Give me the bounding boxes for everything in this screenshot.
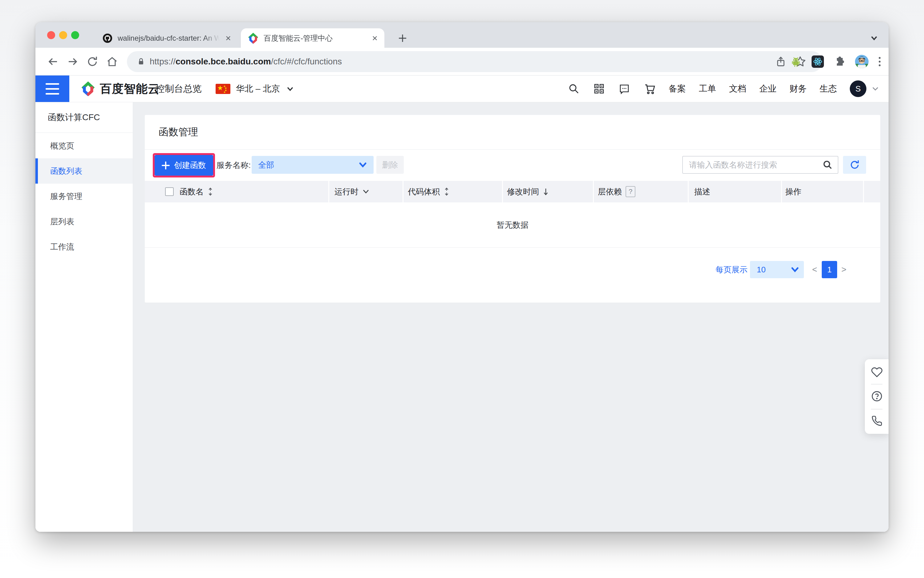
nav-link-wendang[interactable]: 文档 bbox=[729, 83, 746, 94]
hamburger-menu-button[interactable] bbox=[36, 75, 69, 102]
sort-desc-icon[interactable] bbox=[543, 188, 549, 196]
reload-icon[interactable] bbox=[86, 55, 99, 68]
browser-toolbar: https://console.bce.baidu.com/cfc/#/cfc/… bbox=[36, 48, 888, 75]
forward-icon[interactable] bbox=[66, 55, 79, 68]
tab-title: walinejs/baidu-cfc-starter: An W bbox=[118, 34, 222, 42]
chevron-down-icon bbox=[358, 161, 368, 169]
filter-chevron-icon[interactable] bbox=[362, 189, 370, 195]
sort-both-icon[interactable] bbox=[207, 188, 214, 196]
profile-avatar[interactable] bbox=[855, 55, 869, 69]
home-icon[interactable] bbox=[106, 55, 118, 68]
cart-icon[interactable] bbox=[644, 83, 656, 95]
new-tab-button[interactable] bbox=[396, 32, 409, 44]
console-overview-link[interactable]: 控制台总览 bbox=[156, 75, 202, 102]
sidebar-item-overview[interactable]: 概览页 bbox=[36, 133, 133, 158]
empty-state-text: 暂无数据 bbox=[496, 220, 528, 231]
plus-icon bbox=[162, 161, 170, 169]
share-icon[interactable] bbox=[775, 56, 787, 68]
close-icon[interactable] bbox=[371, 35, 378, 42]
column-layer-dependency[interactable]: 层依赖 ? bbox=[598, 181, 635, 203]
brand-name: 百度智能云 bbox=[100, 81, 160, 97]
next-page-button[interactable]: > bbox=[839, 261, 849, 278]
baidu-cloud-logo-icon bbox=[81, 81, 96, 96]
sort-both-icon[interactable] bbox=[444, 188, 450, 196]
extensions-row bbox=[789, 48, 882, 75]
traffic-zoom-button[interactable] bbox=[71, 31, 79, 39]
refresh-button[interactable] bbox=[843, 156, 866, 174]
url-bar[interactable]: https://console.bce.baidu.com/cfc/#/cfc/… bbox=[127, 51, 822, 72]
message-icon[interactable] bbox=[618, 83, 631, 95]
traffic-close-button[interactable] bbox=[47, 31, 55, 39]
china-flag-icon: ★★★★★ bbox=[216, 84, 230, 94]
phone-icon[interactable] bbox=[865, 415, 888, 426]
sidebar-item-service-management[interactable]: 服务管理 bbox=[36, 183, 133, 209]
nav-link-qiye[interactable]: 企业 bbox=[759, 83, 776, 94]
tab-github[interactable]: walinejs/baidu-cfc-starter: An W bbox=[96, 28, 238, 48]
app-grid-icon[interactable] bbox=[593, 83, 605, 95]
back-icon[interactable] bbox=[47, 55, 59, 68]
region-selector[interactable]: ★★★★★ 华北 – 北京 bbox=[216, 75, 295, 102]
service-name-label: 服务名称: bbox=[217, 153, 251, 177]
favorite-heart-icon[interactable] bbox=[865, 366, 888, 378]
url-text: https://console.bce.baidu.com/cfc/#/cfc/… bbox=[150, 57, 342, 67]
nav-link-gongdan[interactable]: 工单 bbox=[699, 83, 716, 94]
content: 函数管理 创建函数 服务名称: 全部 删除 bbox=[133, 102, 888, 532]
react-devtools-icon[interactable] bbox=[811, 55, 825, 68]
service-name-select[interactable]: 全部 bbox=[252, 156, 374, 174]
select-all-checkbox[interactable] bbox=[165, 187, 174, 196]
sidebar-item-layer-list[interactable]: 层列表 bbox=[36, 209, 133, 234]
column-description: 描述 bbox=[694, 181, 710, 203]
column-runtime[interactable]: 运行时 bbox=[334, 181, 370, 203]
tab-strip: walinejs/baidu-cfc-starter: An W 百度智能云-管… bbox=[36, 22, 888, 48]
floating-helper-bar bbox=[865, 359, 888, 434]
delete-button[interactable]: 删除 bbox=[376, 156, 404, 174]
help-tooltip-icon[interactable]: ? bbox=[626, 186, 635, 197]
nav-link-beian[interactable]: 备案 bbox=[669, 83, 686, 94]
column-code-size[interactable]: 代码体积 bbox=[408, 181, 450, 203]
column-actions: 操作 bbox=[785, 181, 801, 203]
sidebar-item-workflow[interactable]: 工作流 bbox=[36, 234, 133, 260]
close-icon[interactable] bbox=[225, 35, 232, 42]
tab-title: 百度智能云-管理中心 bbox=[264, 33, 368, 43]
function-search-box bbox=[682, 156, 838, 174]
search-icon[interactable] bbox=[567, 83, 580, 95]
tab-baidu-console[interactable]: 百度智能云-管理中心 bbox=[241, 28, 384, 48]
header-actions: 备案 工单 文档 企业 财务 生态 S bbox=[567, 75, 879, 102]
region-label: 华北 – 北京 bbox=[236, 83, 280, 94]
current-page-button[interactable]: 1 bbox=[822, 261, 837, 278]
annotation-highlight-box: 创建函数 bbox=[153, 153, 215, 177]
chevron-down-icon bbox=[790, 266, 799, 273]
column-function-name[interactable]: 函数名 bbox=[180, 181, 214, 203]
nav-link-caiwu[interactable]: 财务 bbox=[789, 83, 807, 94]
main-area: 函数计算CFC 概览页 函数列表 服务管理 层列表 工作流 函数管理 创建函数 bbox=[36, 102, 888, 532]
nav-link-shengtai[interactable]: 生态 bbox=[820, 83, 837, 94]
sidebar-item-function-list[interactable]: 函数列表 bbox=[36, 158, 133, 183]
divider bbox=[145, 149, 880, 150]
column-modified-time[interactable]: 修改时间 bbox=[507, 181, 549, 203]
lock-icon bbox=[136, 57, 146, 67]
search-icon[interactable] bbox=[822, 159, 833, 170]
function-search-input[interactable] bbox=[683, 160, 822, 170]
android-extension-icon[interactable] bbox=[789, 55, 802, 68]
per-page-select[interactable]: 10 bbox=[750, 261, 804, 278]
prev-page-button[interactable]: < bbox=[810, 261, 819, 278]
console-header: 百度智能云 控制台总览 ★★★★★ 华北 – 北京 备案 工单 文档 企业 bbox=[36, 75, 888, 102]
extensions-puzzle-icon[interactable] bbox=[833, 55, 846, 68]
help-circle-icon[interactable] bbox=[865, 390, 888, 402]
chevron-down-icon[interactable] bbox=[871, 86, 879, 92]
tab-search-chevron-icon[interactable] bbox=[869, 34, 880, 42]
github-icon bbox=[102, 33, 113, 44]
traffic-minimize-button[interactable] bbox=[59, 31, 67, 39]
create-function-button[interactable]: 创建函数 bbox=[155, 155, 213, 175]
browser-menu-kebab-icon[interactable] bbox=[877, 55, 882, 68]
per-page-label: 每页展示 bbox=[715, 261, 747, 278]
chevron-down-icon bbox=[285, 85, 295, 93]
empty-state: 暂无数据 bbox=[145, 203, 880, 248]
sidebar-title: 函数计算CFC bbox=[48, 102, 100, 133]
user-avatar[interactable]: S bbox=[850, 80, 866, 97]
table-header: 函数名 运行时 代码体积 修改时间 bbox=[145, 181, 880, 203]
function-management-panel: 函数管理 创建函数 服务名称: 全部 删除 bbox=[145, 115, 880, 302]
brand[interactable]: 百度智能云 bbox=[81, 75, 160, 102]
baidu-cloud-icon bbox=[248, 32, 259, 44]
browser-window: walinejs/baidu-cfc-starter: An W 百度智能云-管… bbox=[36, 22, 888, 532]
